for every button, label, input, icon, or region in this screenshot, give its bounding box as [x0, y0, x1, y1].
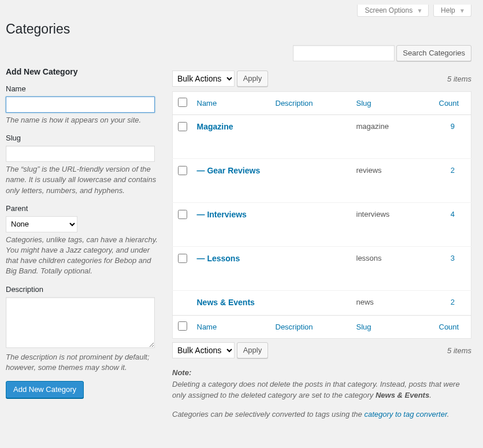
- row-description: [271, 291, 352, 316]
- column-count[interactable]: Count: [439, 323, 459, 331]
- column-description[interactable]: Description: [276, 99, 313, 108]
- table-row: — Lessons lessons 3: [173, 247, 471, 291]
- chevron-down-icon: ▼: [459, 8, 465, 14]
- add-form-column: Add New Category Name The name is how it…: [6, 67, 161, 427]
- bulk-actions-select-bottom[interactable]: Bulk Actions: [172, 342, 235, 358]
- row-title-link[interactable]: Magazine: [197, 122, 233, 131]
- table-row: — Gear Reviews reviews 2: [173, 159, 471, 203]
- page-title: Categories: [6, 21, 471, 37]
- select-all-bottom-checkbox[interactable]: [178, 321, 187, 331]
- column-count[interactable]: Count: [439, 99, 459, 108]
- row-checkbox[interactable]: [178, 210, 187, 219]
- items-count-top: 5 items: [447, 75, 471, 83]
- name-hint: The name is how it appears on your site.: [6, 115, 161, 125]
- row-slug: news: [352, 291, 434, 316]
- row-title-link[interactable]: News & Events: [197, 298, 255, 307]
- slug-input[interactable]: [6, 146, 155, 162]
- tablenav-bottom: Bulk Actions Apply 5 items: [172, 341, 471, 360]
- table-row: News & Events news 2: [173, 291, 471, 316]
- row-description: [271, 203, 352, 247]
- categories-table: Name Description Slug Count Magazine mag…: [172, 91, 471, 339]
- search-row: Search Categories: [6, 45, 471, 61]
- screen-options-label: Screen Options: [365, 6, 413, 14]
- row-count-link[interactable]: 9: [439, 122, 467, 131]
- row-count-link[interactable]: 3: [439, 254, 467, 262]
- add-category-button[interactable]: Add New Category: [6, 381, 84, 398]
- top-screen-buttons: Screen Options ▼ Help ▼: [6, 0, 471, 17]
- description-textarea[interactable]: [6, 297, 155, 348]
- items-count-bottom: 5 items: [447, 346, 471, 355]
- apply-button-bottom[interactable]: Apply: [237, 342, 269, 358]
- description-label: Description: [6, 285, 161, 294]
- name-input[interactable]: [6, 97, 155, 113]
- search-input[interactable]: [293, 45, 395, 61]
- row-slug: magazine: [352, 115, 434, 159]
- parent-hint: Categories, unlike tags, can have a hier…: [6, 235, 161, 277]
- list-column: Bulk Actions Apply 5 items Name Descript…: [172, 67, 471, 427]
- column-slug[interactable]: Slug: [356, 99, 371, 108]
- row-count-link[interactable]: 2: [439, 298, 467, 306]
- tag-converter-link[interactable]: category to tag converter: [364, 410, 447, 419]
- name-label: Name: [6, 84, 161, 93]
- note-delete-text-2: .: [429, 391, 432, 399]
- row-slug: lessons: [352, 247, 434, 291]
- row-slug: interviews: [352, 203, 434, 247]
- row-checkbox[interactable]: [178, 122, 187, 131]
- tablenav-top: Bulk Actions Apply 5 items: [172, 69, 471, 88]
- chevron-down-icon: ▼: [417, 8, 423, 14]
- bulk-actions-select-top[interactable]: Bulk Actions: [172, 71, 235, 87]
- note-converter-text-1: Categories can be selectively converted …: [172, 410, 364, 419]
- row-title-link[interactable]: — Gear Reviews: [197, 166, 261, 175]
- row-checkbox[interactable]: [178, 254, 187, 263]
- column-name[interactable]: Name: [197, 323, 217, 331]
- slug-hint: The “slug” is the URL-friendly version o…: [6, 164, 161, 196]
- description-hint: The description is not prominent by defa…: [6, 352, 161, 373]
- column-slug[interactable]: Slug: [356, 323, 371, 331]
- add-form-title: Add New Category: [6, 67, 161, 76]
- row-title-link[interactable]: — Lessons: [197, 254, 240, 263]
- row-checkbox[interactable]: [178, 166, 187, 175]
- select-all-top-checkbox[interactable]: [178, 98, 187, 107]
- note-converter-text-2: .: [447, 410, 449, 419]
- table-row: Magazine magazine 9: [173, 115, 471, 159]
- row-title-link[interactable]: — Interviews: [197, 210, 247, 219]
- parent-select[interactable]: None: [6, 216, 77, 232]
- row-description: [271, 247, 352, 291]
- column-description[interactable]: Description: [276, 323, 313, 331]
- column-name[interactable]: Name: [197, 99, 217, 108]
- table-row: — Interviews interviews 4: [173, 203, 471, 247]
- search-button[interactable]: Search Categories: [396, 45, 471, 61]
- table-footer-row: Name Description Slug Count: [173, 316, 471, 339]
- parent-label: Parent: [6, 204, 161, 213]
- help-button[interactable]: Help ▼: [433, 5, 471, 17]
- slug-label: Slug: [6, 134, 161, 142]
- row-count-link[interactable]: 4: [439, 210, 467, 219]
- screen-options-button[interactable]: Screen Options ▼: [357, 5, 429, 17]
- row-description: [271, 115, 352, 159]
- table-header-row: Name Description Slug Count: [173, 92, 471, 115]
- note-default-category: News & Events: [376, 391, 429, 399]
- help-label: Help: [441, 6, 455, 14]
- note-block: Note: Deleting a category does not delet…: [172, 367, 471, 420]
- row-count-link[interactable]: 2: [439, 166, 467, 175]
- apply-button-top[interactable]: Apply: [237, 71, 269, 87]
- note-label: Note:: [172, 368, 191, 377]
- row-slug: reviews: [352, 159, 434, 203]
- row-description: [271, 159, 352, 203]
